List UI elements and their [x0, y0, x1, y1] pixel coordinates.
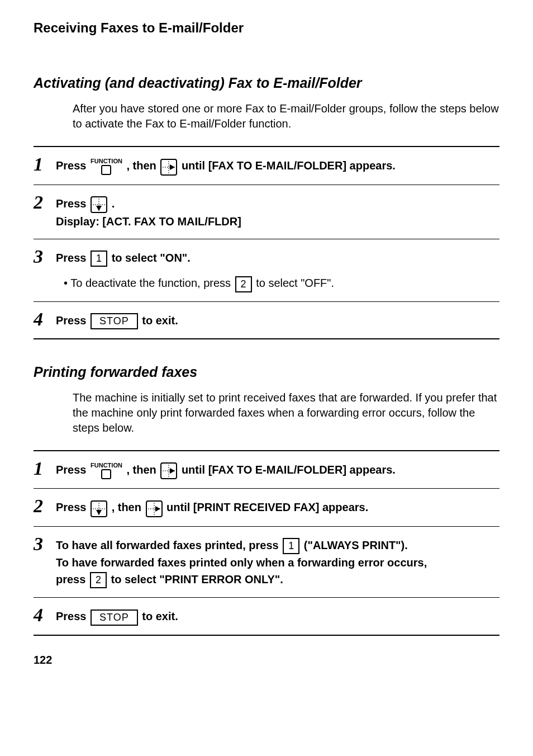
step-b2: 2 Press , then until [PRINT RECEIVED FAX…: [34, 489, 499, 527]
sub-bullet: To deactivate the function, press 2 to s…: [64, 275, 499, 292]
text: until [FAX TO E-MAIL/FOLDER] appears.: [182, 464, 396, 476]
digit-1-key-icon: 1: [283, 538, 299, 554]
step-body: Press STOP to exit.: [56, 310, 499, 329]
text: .: [112, 197, 115, 210]
step-number: 4: [34, 606, 56, 625]
svg-marker-15: [96, 510, 102, 515]
text: Press: [56, 501, 89, 513]
function-key-label: FUNCTION: [91, 158, 122, 164]
step-number: 3: [34, 247, 56, 266]
running-head: Receiving Faxes to E-mail/Folder: [34, 20, 499, 36]
text: Press: [56, 197, 89, 210]
step-b4: 4 Press STOP to exit.: [34, 598, 499, 635]
text: To have forwarded faxes printed only whe…: [56, 554, 499, 571]
step-body: Press 1 to select "ON". To deactivate th…: [56, 247, 499, 292]
digit-1-key-icon: 1: [91, 251, 107, 267]
step-body: Press , then until [PRINT RECEIVED FAX] …: [56, 497, 499, 517]
section-a-steps: 1 Press FUNCTION , then until [FAX TO E-…: [34, 146, 499, 339]
text: , then: [126, 464, 159, 476]
text: Press: [56, 610, 89, 622]
step-number: 3: [34, 535, 56, 554]
step-body: To have all forwarded faxes printed, pre…: [56, 535, 499, 588]
step-number: 1: [34, 459, 56, 478]
section-b-steps: 1 Press FUNCTION , then until [FAX TO E-…: [34, 450, 499, 636]
svg-marker-11: [170, 468, 175, 474]
text: Press: [56, 464, 89, 476]
step-a3: 3 Press 1 to select "ON". To deactivate …: [34, 239, 499, 301]
down-arrow-key-icon: [91, 499, 107, 517]
function-key-label: FUNCTION: [91, 462, 122, 469]
step-body: Press . Display: [ACT. FAX TO MAIL/FLDR]: [56, 193, 499, 230]
step-a4: 4 Press STOP to exit.: [34, 302, 499, 339]
section-a-title: Activating (and deactivating) Fax to E-m…: [34, 75, 499, 91]
digit-2-key-icon: 2: [90, 572, 107, 588]
digit-2-key-icon: 2: [235, 276, 252, 292]
svg-marker-3: [170, 164, 175, 170]
step-a2: 2 Press . Display: [ACT. FAX TO MAIL/FLD…: [34, 185, 499, 240]
text: until [FAX TO E-MAIL/FOLDER] appears.: [182, 159, 396, 172]
text: , then: [112, 501, 145, 513]
step-body: Press FUNCTION , then until [FAX TO E-MA…: [56, 459, 499, 480]
step-number: 4: [34, 310, 56, 329]
text: To deactivate the function, press: [70, 277, 234, 289]
text: , then: [126, 159, 159, 172]
text: Press: [56, 314, 89, 327]
page-number: 122: [34, 654, 499, 667]
step-body: Press STOP to exit.: [56, 606, 499, 625]
text: until [PRINT RECEIVED FAX] appears.: [166, 501, 368, 513]
svg-marker-19: [155, 506, 160, 512]
text: to select "ON".: [112, 252, 191, 264]
text: press: [56, 573, 89, 585]
step-number: 2: [34, 193, 56, 212]
text: to select "PRINT ERROR ONLY".: [111, 573, 283, 585]
step-b3: 3 To have all forwarded faxes printed, p…: [34, 527, 499, 598]
step-number: 1: [34, 155, 56, 174]
svg-marker-7: [96, 206, 102, 211]
page: Receiving Faxes to E-mail/Folder Activat…: [0, 0, 533, 689]
text: Press: [56, 252, 89, 264]
text: To have all forwarded faxes printed, pre…: [56, 539, 282, 551]
text: to exit.: [142, 610, 178, 622]
section-b-title: Printing forwarded faxes: [34, 364, 499, 380]
text: ("ALWAYS PRINT").: [304, 539, 408, 551]
stop-key-icon: STOP: [91, 609, 138, 626]
section-b-intro: The machine is initially set to print re…: [73, 390, 499, 436]
step-body: Press FUNCTION , then until [FAX TO E-MA…: [56, 155, 499, 176]
display-line: Display: [ACT. FAX TO MAIL/FLDR]: [56, 213, 499, 230]
step-number: 2: [34, 497, 56, 516]
text: to select "OFF".: [256, 277, 334, 289]
stop-key-icon: STOP: [91, 313, 138, 329]
step-b1: 1 Press FUNCTION , then until [FAX TO E-…: [34, 451, 499, 489]
text: to exit.: [142, 314, 178, 327]
right-arrow-key-icon: [160, 158, 177, 176]
right-arrow-key-icon: [160, 462, 177, 480]
function-key-icon: FUNCTION: [91, 462, 122, 479]
section-a-intro: After you have stored one or more Fax to…: [73, 101, 499, 131]
step-a1: 1 Press FUNCTION , then until [FAX TO E-…: [34, 147, 499, 185]
function-key-icon: FUNCTION: [91, 158, 122, 175]
text: Press: [56, 159, 89, 172]
down-arrow-key-icon: [91, 195, 107, 213]
right-arrow-key-icon: [146, 499, 163, 517]
